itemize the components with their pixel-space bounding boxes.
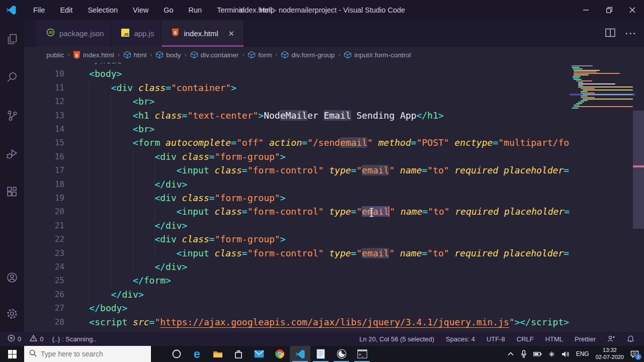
status-indentation[interactable]: Spaces: 4 [442,332,478,346]
close-button[interactable] [621,0,644,20]
code-text: <br> [67,122,154,136]
close-icon[interactable]: ✕ [226,29,236,38]
code-line-11[interactable]: 11 <div class="container"> [24,81,570,95]
menu-go[interactable]: Go [156,0,181,20]
code-text: <h1 class="text-center">NodeMailer Email… [67,109,444,122]
scanning-status[interactable]: {..} : Scanning.. [49,332,99,346]
activitybar-source-control-icon[interactable] [0,97,24,135]
bell-icon[interactable] [623,332,638,346]
minimap[interactable] [570,63,635,332]
language-indicator[interactable]: ENG [576,350,589,357]
code-line-15[interactable]: 15 <form autocomplete="off" action="/sen… [24,136,570,150]
code-area[interactable]: 9 </head>10 <body>11 <div class="contain… [24,63,570,332]
js-icon: JS [121,29,129,39]
line-number: 19 [24,191,64,205]
split-editor-icon[interactable] [605,28,615,39]
menu-edit[interactable]: Edit [52,0,80,20]
code-line-28[interactable]: 28 <script src="https://ajax.googleapis.… [24,315,570,329]
status-eol[interactable]: CRLF [513,332,537,346]
line-number: 17 [24,163,64,177]
speaker-icon[interactable] [561,351,570,357]
breadcrumb-item-html[interactable]: html [123,51,147,59]
breadcrumb-item-public[interactable]: public [46,51,64,59]
taskbar-search[interactable] [24,346,151,362]
code-line-13[interactable]: 13 <h1 class="text-center">NodeMailer Em… [24,109,570,123]
restore-button[interactable] [598,0,621,20]
taskbar-edge[interactable]: e [187,346,207,362]
code-text: <input class="form-control" type="email"… [67,163,569,177]
chevron-up-icon[interactable] [507,351,514,356]
taskbar-mail[interactable] [249,346,269,362]
taskbar-notepad[interactable] [310,346,331,362]
minimize-button[interactable] [575,0,598,20]
code-line-10[interactable]: 10 <body> [24,67,570,81]
breadcrumb-item-input#.form-control[interactable]: input#.form-control [344,51,411,59]
notification-icon[interactable]: 2 [630,350,639,358]
breadcrumb-item-body[interactable]: body [155,51,181,59]
feedback-icon[interactable] [604,332,619,346]
code-line-26[interactable]: 26 </div> [24,288,570,302]
code-line-27[interactable]: 27 </body> [24,301,570,315]
activitybar-settings-icon[interactable] [0,296,24,332]
chevron-right-icon: › [242,51,244,58]
tab-index.html[interactable]: 5index.html✕ [162,20,244,47]
code-line-18[interactable]: 18 </div> [24,177,570,192]
code-line-25[interactable]: 25 </form> [24,274,570,288]
problems-errors[interactable]: 0 [5,332,24,346]
taskbar-vscode[interactable] [290,346,310,362]
search-input[interactable] [41,350,141,358]
menu-file[interactable]: File [26,0,52,20]
breadcrumb-item-form[interactable]: form [248,51,272,59]
tab-app.js[interactable]: JSapp.js [111,20,162,47]
access-icon[interactable] [548,351,555,357]
code-line-16[interactable]: 16 <div class="form-group"> [24,150,570,164]
problems-warnings[interactable]: 0 [27,332,46,346]
microphone-icon[interactable] [521,350,527,358]
status-language-mode[interactable]: HTML [542,332,567,346]
code-line-17[interactable]: 17 <input class="form-control" type="ema… [24,163,570,177]
code-line-21[interactable]: 21 </div> [24,219,570,233]
notification-badge: 2 [635,353,641,360]
minimap-line [581,91,588,92]
breadcrumb-item-index.html[interactable]: 5index.html [73,51,114,59]
menu-view[interactable]: View [125,0,156,20]
menu-selection[interactable]: Selection [80,0,125,20]
code-line-12[interactable]: 12 <br> [24,95,570,109]
taskbar-cortana[interactable] [166,346,187,362]
minimap-line [573,76,581,77]
taskbar-store[interactable] [228,346,249,362]
activitybar-search-icon[interactable] [0,58,24,97]
code-line-20[interactable]: 20 <input class="form-control" type="ema… [24,205,570,219]
taskbar-file-explorer[interactable] [207,346,228,362]
status-cursor-position[interactable]: Ln 20, Col 56 (5 selected) [356,332,438,346]
minimap-line [573,77,580,78]
taskbar-terminal[interactable]: >_ [352,346,372,362]
code-line-14[interactable]: 14 <br> [24,122,570,136]
status-formatter[interactable]: Prettier [571,332,599,346]
activitybar-extensions-icon[interactable] [0,173,24,211]
code-line-23[interactable]: 23 <input class="form-control" type="ema… [24,246,570,260]
menu-run[interactable]: Run [181,0,210,20]
breadcrumb-item-div.container[interactable]: div.container [190,51,239,59]
code-line-24[interactable]: 24 </div> [24,260,570,274]
activitybar-run-debug-icon[interactable] [0,135,24,173]
activitybar-account-icon[interactable] [0,259,24,296]
taskbar-clock[interactable]: 13:3202-07-2020 [596,347,624,361]
breadcrumb-item-div.form-group[interactable]: div.form-group [281,51,335,59]
battery-icon[interactable] [533,351,542,356]
tab-package.json[interactable]: JSpackage.json [36,20,111,47]
taskbar-obs[interactable] [331,346,352,362]
svg-text:JS: JS [124,32,129,36]
more-actions-icon[interactable]: ··· [625,29,637,39]
vscode-window: FileEditSelectionViewGoRunTerminalHelp i… [0,0,644,362]
start-button[interactable] [0,346,24,362]
vertical-scrollbar[interactable] [633,111,644,229]
taskbar-chrome[interactable] [269,346,290,362]
tab-label: package.json [59,29,104,38]
symbol-cube-icon [248,51,256,59]
status-encoding[interactable]: UTF-8 [483,332,509,346]
minimap-line [576,103,582,104]
activitybar-explorer-icon[interactable] [0,20,24,58]
code-line-19[interactable]: 19 <div class="form-group"> [24,191,570,205]
code-line-22[interactable]: 22 <div class="form-group"> [24,232,570,246]
